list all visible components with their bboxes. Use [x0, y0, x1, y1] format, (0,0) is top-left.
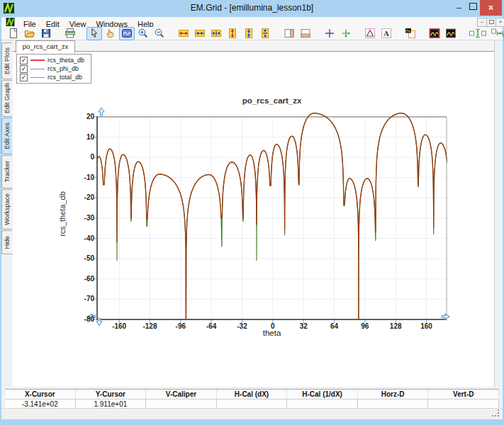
legend-box: ✓rcs_theta_db✓rcs_phi_db✓rcs_total_db	[16, 54, 91, 84]
y-axis-label: rcs_theta_db	[58, 191, 67, 237]
toolbar-icon-fit-y[interactable]	[257, 27, 273, 40]
svg-text:A: A	[383, 29, 389, 38]
toolbar-icon-distribute-vertical[interactable]	[467, 27, 488, 40]
child-restore-button[interactable]	[486, 18, 496, 27]
title-bar[interactable]: EM.Grid - [emillumina_lesson1b] – ×	[0, 0, 504, 17]
sidebar-tab-label: Hide	[4, 236, 11, 249]
legend-row: ✓rcs_total_db	[17, 73, 91, 81]
status-value-h-cal-1-dx-	[287, 399, 358, 409]
status-header-x-cursor: X-Cursor	[5, 390, 76, 399]
toolbar-group	[281, 27, 314, 40]
toolbar-group	[176, 27, 274, 40]
toolbar-group	[62, 27, 79, 40]
status-header-horz-d: Horz-D	[358, 390, 429, 399]
sidebar-tab-label: Edit Axes	[4, 123, 11, 149]
toolbar-icon-fit-x[interactable]	[208, 27, 224, 40]
toolbar-icon-text-label[interactable]: A	[379, 27, 394, 40]
toolbar-icon-distribute-horizontal[interactable]	[489, 27, 504, 40]
sidebar-tabs: Edit PlotsEdit GraphEdit AxesTrackerWork…	[1, 41, 13, 416]
sidebar-tab-tracker[interactable]: Tracker	[1, 155, 12, 188]
status-value-h-cal-dx-	[217, 399, 288, 409]
toolbar-icon-curve-window-active[interactable]	[427, 27, 442, 40]
toolbar-icon-print[interactable]	[62, 27, 78, 40]
x-axis-label: theta	[97, 329, 447, 337]
status-value-y-cursor: 1.911e+01	[76, 399, 147, 409]
status-header-y-cursor: Y-Cursor	[76, 390, 147, 399]
status-value-v-caliper	[146, 399, 217, 409]
toolbar-group	[86, 27, 168, 40]
tab-strip	[13, 40, 494, 52]
status-value-row: -3.141e+021.911e+01	[5, 399, 499, 409]
toolbar-icon-tracker-cursor[interactable]	[338, 27, 354, 40]
toolbar-icon-zoom-out[interactable]	[152, 27, 167, 40]
status-header-h-cal-1-dx-: H-Cal (1/dX)	[287, 390, 358, 399]
status-header-row: X-CursorY-CursorV-CaliperH-Cal (dX)H-Cal…	[5, 390, 499, 399]
toolbar-group	[6, 27, 55, 40]
toolbar-icon-open-file[interactable]	[22, 27, 38, 40]
toolbar-icon-delta-marker[interactable]	[362, 27, 378, 40]
maximize-button[interactable]	[466, 2, 480, 14]
menu-items: FileEditViewWindowsHelp	[18, 17, 159, 27]
legend-line-swatch	[30, 60, 45, 61]
toolbar-icon-compress-y[interactable]	[241, 27, 257, 40]
sidebar-tab-edit-axes[interactable]: Edit Axes	[1, 118, 12, 154]
toolbar-group	[467, 27, 504, 40]
toolbar-icon-copy-curve[interactable]	[403, 27, 418, 40]
toolbar-icon-split-horizontal[interactable]	[298, 27, 313, 40]
toolbar-group: A	[362, 27, 395, 40]
toolbar-group	[427, 27, 459, 40]
toolbar-icon-expand-y[interactable]	[225, 27, 240, 40]
toolbar-group	[322, 27, 354, 40]
menu-bar: FileEditViewWindowsHelp – ×	[1, 17, 503, 27]
status-header-v-caliper: V-Caliper	[146, 390, 217, 399]
bottom-strip	[1, 409, 503, 420]
plot-title: po_rcs_cart_zx	[97, 96, 447, 105]
document-icon	[6, 18, 15, 26]
toolbar-icon-pan-hand[interactable]	[103, 27, 118, 40]
legend-label: rcs_theta_db	[47, 57, 84, 64]
sidebar-tab-label: Workspace	[4, 193, 11, 225]
toolbar-icon-expand-x[interactable]	[176, 27, 191, 40]
toolbar-icon-add-cross-marker[interactable]	[322, 27, 337, 40]
status-header-h-cal-dx-: H-Cal (dX)	[217, 390, 288, 399]
toolbar-icon-zoom-in[interactable]	[135, 27, 151, 40]
cursor-status-bar: X-CursorY-CursorV-CaliperH-Cal (dX)H-Cal…	[5, 389, 499, 409]
status-header-vert-d: Vert-D	[428, 390, 499, 399]
close-button[interactable]: ×	[480, 0, 502, 16]
toolbar-icon-split-vertical[interactable]	[281, 27, 297, 40]
sidebar-tab-label: Tracker	[4, 161, 11, 182]
window-title: EM.Grid - [emillumina_lesson1b]	[0, 3, 504, 13]
legend-row: ✓rcs_theta_db	[17, 56, 91, 64]
legend-row: ✓rcs_phi_db	[17, 64, 91, 73]
status-value-x-cursor: -3.141e+02	[5, 399, 76, 409]
toolbar: ALayout▼	[1, 27, 503, 40]
graph-tab[interactable]: po_rcs_cart_zx	[16, 40, 75, 53]
sidebar-tab-label: Edit Graph	[4, 83, 11, 113]
toolbar-icon-select-pointer[interactable]	[86, 27, 102, 40]
legend-label: rcs_total_db	[47, 74, 82, 81]
legend-checkbox[interactable]: ✓	[20, 57, 28, 64]
sidebar-tab-workspace[interactable]: Workspace	[1, 189, 12, 230]
legend-line-swatch	[30, 69, 45, 69]
toolbar-icon-new-file[interactable]	[6, 27, 21, 40]
toolbar-icon-zoom-window[interactable]	[119, 27, 135, 40]
toolbar-icon-compress-x[interactable]	[192, 27, 208, 40]
legend-checkbox[interactable]: ✓	[20, 74, 28, 81]
sidebar-tab-edit-graph[interactable]: Edit Graph	[1, 80, 12, 117]
status-value-vert-d	[428, 399, 499, 409]
child-close-button[interactable]: ×	[495, 18, 504, 27]
resize-grip[interactable]	[492, 409, 500, 418]
minimize-button[interactable]: –	[452, 2, 466, 14]
toolbar-icon-save[interactable]	[38, 27, 54, 40]
status-value-horz-d	[358, 399, 429, 409]
sidebar-tab-hide[interactable]: Hide	[1, 230, 12, 254]
sidebar-tab-edit-plots[interactable]: Edit Plots	[1, 42, 12, 79]
toolbar-icon-curve-window[interactable]	[443, 27, 459, 40]
legend-line-swatch	[30, 77, 45, 78]
toolbar-group	[403, 27, 419, 40]
window-bottom-edge	[0, 419, 504, 425]
legend-label: rcs_phi_db	[47, 65, 79, 72]
legend-checkbox[interactable]: ✓	[20, 65, 28, 73]
child-minimize-button[interactable]: –	[477, 18, 487, 27]
sidebar-tab-label: Edit Plots	[4, 47, 11, 74]
